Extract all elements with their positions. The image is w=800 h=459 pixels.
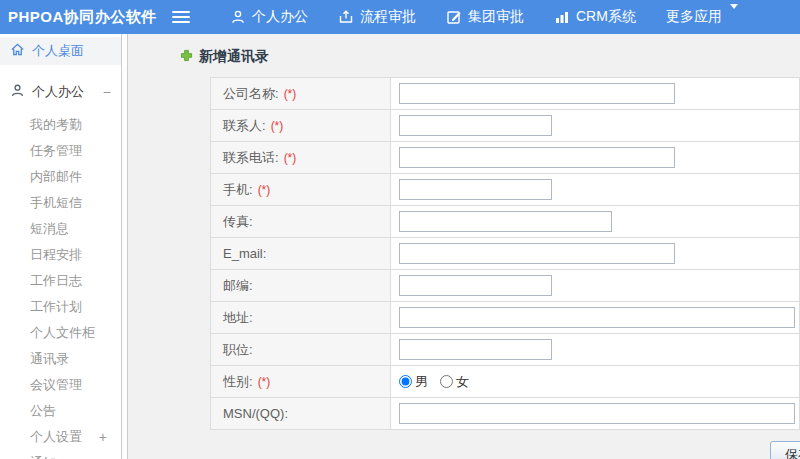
- sidebar-item[interactable]: 公告: [0, 398, 121, 424]
- required-marker: (*): [258, 183, 271, 197]
- sidebar-item-label: 个人设置: [30, 424, 82, 450]
- field-label: 公司名称:: [223, 86, 279, 101]
- field-value-cell: [391, 206, 800, 238]
- text-field[interactable]: [399, 243, 675, 264]
- sidebar-item[interactable]: 内部邮件: [0, 164, 121, 190]
- field-label: 手机:: [223, 182, 253, 197]
- sidebar-item[interactable]: 我的考勤: [0, 112, 121, 138]
- sidebar: 个人桌面 个人办公 − 我的考勤 任务管理 内部邮件 手机短信 短消息 日程安排…: [0, 34, 121, 459]
- text-field[interactable]: [399, 307, 795, 328]
- required-marker: (*): [258, 375, 271, 389]
- form-row: E_mail:: [211, 238, 800, 270]
- page-title-text: 新增通讯录: [199, 48, 269, 66]
- sidebar-item[interactable]: 通知: [0, 450, 121, 459]
- form-footer: [128, 430, 800, 457]
- text-field[interactable]: [399, 403, 795, 424]
- save-button[interactable]: 保存: [770, 441, 800, 459]
- nav-item-label: 个人办公: [252, 8, 308, 26]
- content-area: 个人桌面 个人办公 − 我的考勤 任务管理 内部邮件 手机短信 短消息 日程安排…: [0, 34, 800, 459]
- gender-radio-female[interactable]: [440, 375, 453, 388]
- text-field[interactable]: [399, 115, 552, 136]
- process-approval-icon: [338, 9, 354, 25]
- required-marker: (*): [284, 151, 297, 165]
- sidebar-item[interactable]: 会议管理: [0, 372, 121, 398]
- gender-radio-male[interactable]: [399, 375, 412, 388]
- sidebar-item-label: 工作计划: [30, 294, 82, 320]
- field-label-cell: 地址:: [211, 302, 391, 334]
- text-field[interactable]: [399, 211, 612, 232]
- field-value-cell: [391, 302, 800, 334]
- sidebar-scrollbar[interactable]: [121, 34, 128, 459]
- field-value-cell: [391, 110, 800, 142]
- field-label-cell: 性别:(*): [211, 366, 391, 398]
- sidebar-group-personal-office[interactable]: 个人办公 −: [0, 78, 121, 106]
- text-field[interactable]: [399, 339, 552, 360]
- sidebar-item[interactable]: 个人设置 +: [0, 424, 121, 450]
- field-label-cell: 联系电话:(*): [211, 142, 391, 174]
- sidebar-item[interactable]: 个人文件柜: [0, 320, 121, 346]
- add-icon: [180, 49, 193, 65]
- form-row: 传真:: [211, 206, 800, 238]
- nav-item-label: 更多应用: [666, 8, 722, 26]
- sidebar-item[interactable]: 工作计划: [0, 294, 121, 320]
- sidebar-item[interactable]: 工作日志: [0, 268, 121, 294]
- field-label-cell: 手机:(*): [211, 174, 391, 206]
- caret-down-icon: [728, 9, 738, 25]
- nav-item-label: 流程审批: [360, 8, 416, 26]
- sidebar-item-label: 通知: [30, 450, 56, 459]
- form-row: 职位:: [211, 334, 800, 366]
- field-label-cell: 传真:: [211, 206, 391, 238]
- field-label-cell: 公司名称:(*): [211, 78, 391, 110]
- nav-item[interactable]: 更多应用: [666, 8, 738, 26]
- sidebar-item-desktop[interactable]: 个人桌面: [0, 37, 121, 65]
- main-nav: 个人办公 流程审批 集团审批 CRM系统: [230, 8, 738, 26]
- nav-item[interactable]: 个人办公: [230, 8, 308, 26]
- field-value-cell: [391, 334, 800, 366]
- field-label: MSN/(QQ):: [223, 406, 288, 421]
- sidebar-item-label: 短消息: [30, 216, 69, 242]
- field-label-cell: E_mail:: [211, 238, 391, 270]
- sidebar-group-label: 个人办公: [32, 83, 84, 101]
- field-value-cell: [391, 270, 800, 302]
- field-value-cell: 男 女: [391, 366, 800, 398]
- field-label: 邮编:: [223, 278, 253, 293]
- required-marker: (*): [284, 87, 297, 101]
- text-field[interactable]: [399, 83, 675, 104]
- expand-icon[interactable]: +: [99, 424, 107, 450]
- field-value-cell: [391, 398, 800, 430]
- collapse-icon[interactable]: −: [103, 84, 111, 100]
- field-value-cell: [391, 142, 800, 174]
- field-label: 性别:: [223, 374, 253, 389]
- form-row: 联系电话:(*): [211, 142, 800, 174]
- compose-icon: [446, 9, 462, 25]
- field-label: 地址:: [223, 310, 253, 325]
- sidebar-item-label: 公告: [30, 398, 56, 424]
- sidebar-item[interactable]: 手机短信: [0, 190, 121, 216]
- page-title: 新增通讯录: [180, 48, 800, 66]
- sidebar-item[interactable]: 任务管理: [0, 138, 121, 164]
- field-label: 联系人:: [223, 118, 266, 133]
- top-navbar: PHPOA协同办公软件 个人办公 流程审批 集团审批: [0, 0, 800, 34]
- sidebar-item[interactable]: 短消息: [0, 216, 121, 242]
- field-value-cell: [391, 238, 800, 270]
- nav-item[interactable]: 集团审批: [446, 8, 524, 26]
- sidebar-item[interactable]: 日程安排: [0, 242, 121, 268]
- nav-item[interactable]: 流程审批: [338, 8, 416, 26]
- field-label-cell: 联系人:(*): [211, 110, 391, 142]
- text-field[interactable]: [399, 179, 552, 200]
- sidebar-item-label: 手机短信: [30, 190, 82, 216]
- form-row: MSN/(QQ):: [211, 398, 800, 430]
- text-field[interactable]: [399, 275, 552, 296]
- hamburger-menu-icon[interactable]: [168, 4, 194, 30]
- gender-radio-group: 男 女: [399, 373, 799, 391]
- sidebar-item-label: 内部邮件: [30, 164, 82, 190]
- gender-label-female: 女: [456, 373, 469, 391]
- field-value-cell: [391, 78, 800, 110]
- text-field[interactable]: [399, 147, 675, 168]
- sidebar-item[interactable]: 通讯录: [0, 346, 121, 372]
- required-marker: (*): [271, 119, 284, 133]
- nav-item[interactable]: CRM系统: [554, 8, 636, 26]
- sidebar-item-label: 个人桌面: [32, 42, 84, 60]
- app-logo: PHPOA协同办公软件: [0, 8, 168, 27]
- sidebar-item-label: 我的考勤: [30, 112, 82, 138]
